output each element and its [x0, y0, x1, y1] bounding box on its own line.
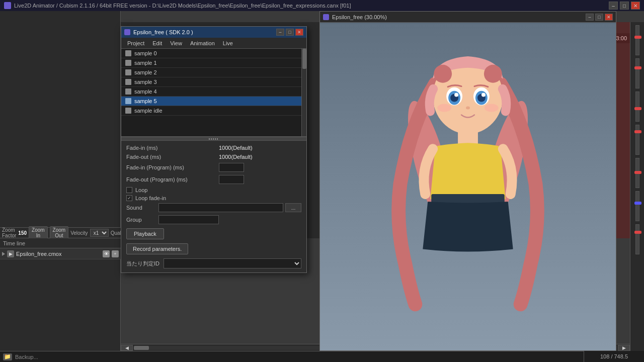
close-button[interactable]: ✕ — [631, 2, 640, 10]
folder-icon[interactable]: 📁 — [3, 353, 12, 360]
loop-checkbox[interactable] — [126, 187, 132, 193]
fade-in-prog-row: Fade-in (Program) (ms) — [126, 163, 301, 172]
slider-thumb-6[interactable] — [634, 202, 641, 205]
model-row[interactable]: ▶ Epsilon_free.cmox 👁 + — [0, 248, 121, 259]
preview-minimize-button[interactable]: – — [586, 14, 594, 21]
zoom-in-button[interactable]: Zoom In — [29, 226, 48, 239]
zoom-factor-label: Zoom Factor — [2, 227, 16, 238]
preview-controls: – □ ✕ — [586, 14, 613, 21]
menu-edit[interactable]: Edit — [148, 39, 166, 47]
slider-2[interactable] — [635, 58, 639, 88]
dialog-maximize-button[interactable]: □ — [286, 29, 294, 36]
scroll-left-button[interactable]: ◀ — [121, 345, 133, 351]
coords-value: 108 / 748.5 — [600, 353, 628, 359]
svg-point-16 — [466, 107, 470, 110]
slider-3[interactable] — [635, 92, 639, 122]
svg-point-6 — [434, 65, 452, 83]
expression-icon-1 — [125, 60, 131, 66]
slider-thumb-5[interactable] — [634, 171, 641, 174]
menu-project[interactable]: Project — [123, 39, 148, 47]
expression-label-4: sample 4 — [134, 88, 157, 95]
record-parameters-button[interactable]: Record parameters. — [126, 243, 188, 254]
slider-1[interactable] — [635, 25, 639, 55]
loop-fadein-row: Loop fade-in — [126, 195, 301, 201]
fade-out-prog-label: Fade-out (Program) (ms) — [126, 176, 217, 183]
main-area: Zoom Factor 150 Zoom In Zoom Out Velocit… — [0, 11, 644, 362]
fade-in-prog-label: Fade-in (Program) (ms) — [126, 164, 217, 170]
preview-maximize-button[interactable]: □ — [595, 14, 603, 21]
sound-row: Sound ... — [126, 203, 301, 212]
title-bar-controls: – □ ✕ — [609, 2, 640, 10]
expression-label-5: sample 5 — [134, 98, 157, 104]
slider-4[interactable] — [635, 125, 639, 155]
slider-thumb-2[interactable] — [634, 66, 641, 69]
expression-item-0[interactable]: sample 0 — [121, 49, 306, 58]
expression-item-4[interactable]: sample 4 — [121, 87, 306, 97]
playback-button[interactable]: Playback — [126, 228, 164, 239]
lock-icon[interactable]: + — [112, 250, 119, 257]
loop-fadein-label: Loop fade-in — [135, 195, 166, 201]
sound-label: Sound — [126, 205, 156, 211]
slider-thumb-4[interactable] — [634, 130, 641, 133]
expression-item-5[interactable]: sample 5 — [121, 97, 306, 106]
fade-in-value: 1000(Default) — [219, 145, 253, 151]
zoom-value: 150 — [18, 230, 27, 236]
settings-panel: Fade-in (ms) 1000(Default) Fade-out (ms)… — [121, 141, 306, 273]
expression-item-1[interactable]: sample 1 — [121, 58, 306, 68]
expression-icon-2 — [125, 69, 131, 75]
scroll-thumb[interactable] — [134, 346, 149, 350]
expression-item-idle[interactable]: sample idle — [121, 106, 306, 116]
fade-in-prog-input[interactable] — [219, 163, 244, 172]
dialog-close-button[interactable]: ✕ — [295, 29, 303, 36]
loop-fadein-checkbox[interactable] — [126, 195, 132, 201]
minimize-button[interactable]: – — [609, 2, 618, 10]
slider-thumb-1[interactable] — [634, 36, 641, 39]
fade-out-prog-input[interactable] — [219, 175, 244, 184]
slider-5[interactable] — [635, 158, 639, 188]
fade-out-prog-row: Fade-out (Program) (ms) — [126, 175, 301, 184]
timeline-label-bar: Time line Shy — [0, 238, 121, 248]
expression-icon-5 — [125, 98, 131, 104]
sound-browse-button[interactable]: ... — [285, 203, 301, 212]
scroll-right-button[interactable]: ▶ — [618, 345, 630, 351]
dialog-titlebar: Epsilon_free ( SDK 2.0 ) – □ ✕ — [121, 27, 306, 38]
menu-animation[interactable]: Animation — [186, 39, 219, 47]
menu-live[interactable]: Live — [219, 39, 237, 47]
expression-list: sample 0 sample 1 sample 2 sample 3 samp… — [121, 49, 306, 137]
slider-6[interactable] — [635, 191, 639, 221]
slider-thumb-3[interactable] — [634, 107, 641, 110]
coords-display: 108 / 748.5 — [584, 351, 644, 362]
divider-handle[interactable] — [121, 137, 306, 141]
zoom-out-button[interactable]: Zoom Out — [50, 226, 69, 239]
menu-view[interactable]: View — [166, 39, 186, 47]
assignment-label: 当たり判定ID — [126, 260, 159, 267]
dialog-minimize-button[interactable]: – — [276, 29, 284, 36]
dialog-title: Epsilon_free ( SDK 2.0 ) — [133, 29, 273, 35]
assignment-select[interactable] — [164, 258, 301, 268]
expression-item-3[interactable]: sample 3 — [121, 77, 306, 87]
slider-7[interactable] — [635, 224, 639, 254]
velocity-select[interactable]: x1 — [90, 229, 109, 237]
group-row: Group — [126, 215, 301, 224]
svg-point-18 — [485, 104, 499, 112]
divider-dots — [209, 138, 219, 140]
expression-scrollbar[interactable] — [301, 49, 306, 136]
fade-out-row: Fade-out (ms) 1000(Default) — [126, 154, 301, 160]
title-bar: Live2D Animator / Cubism 2.1.16 / 64bit … — [0, 0, 644, 11]
expression-label-3: sample 3 — [134, 79, 157, 85]
maximize-button[interactable]: □ — [620, 2, 629, 10]
slider-thumb-7[interactable] — [634, 231, 641, 234]
dialog-menubar: Project Edit View Animation Live — [121, 38, 306, 49]
expression-icon-4 — [125, 88, 131, 95]
fade-out-value: 1000(Default) — [219, 154, 253, 160]
expression-item-2[interactable]: sample 2 — [121, 68, 306, 77]
sound-input[interactable] — [158, 203, 283, 212]
expression-label-0: sample 0 — [134, 50, 157, 56]
preview-title: Epsilon_free (30.00%) — [332, 14, 583, 20]
preview-close-button[interactable]: ✕ — [605, 14, 613, 21]
group-input[interactable] — [158, 215, 219, 224]
timeline-label: Time line — [3, 240, 25, 246]
preview-icon — [323, 14, 329, 20]
visibility-icon[interactable]: 👁 — [103, 250, 110, 257]
expression-scrollbar-thumb[interactable] — [302, 49, 306, 69]
